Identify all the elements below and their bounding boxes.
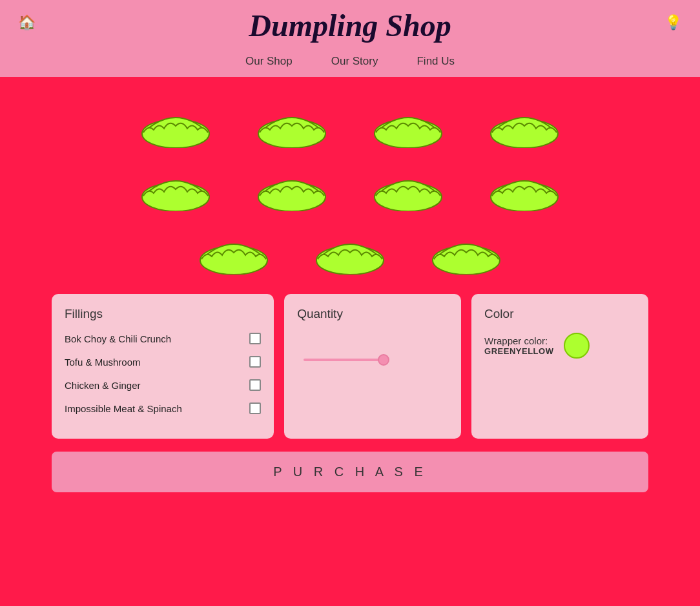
color-panel: Color Wrapper color: GREENYELLOW xyxy=(471,294,648,439)
home-icon[interactable]: 🏠 xyxy=(18,14,36,31)
filling-checkbox-3[interactable] xyxy=(249,379,261,391)
filling-label-2: Tofu & Mushroom xyxy=(65,357,249,368)
dumpling-row-2 xyxy=(137,160,563,211)
main-content: Fillings Bok Choy & Chili Crunch Tofu & … xyxy=(0,77,700,505)
quantity-slider[interactable] xyxy=(304,359,442,361)
dumpling xyxy=(486,96,563,148)
dumpling xyxy=(311,223,389,275)
dumpling-row-1 xyxy=(137,96,563,148)
color-swatch xyxy=(564,333,590,359)
filling-checkbox-4[interactable] xyxy=(249,402,261,414)
color-wrapper: Wrapper color: GREENYELLOW xyxy=(484,333,635,359)
filling-item: Tofu & Mushroom xyxy=(65,356,261,368)
purchase-button[interactable]: P U R C H A S E xyxy=(52,452,648,492)
quantity-title: Quantity xyxy=(297,307,448,321)
color-name: GREENYELLOW xyxy=(484,346,553,356)
dumpling xyxy=(137,160,214,211)
dumpling xyxy=(369,160,447,211)
settings-icon[interactable]: 💡 xyxy=(664,14,682,31)
dumpling xyxy=(253,96,331,148)
color-info: Wrapper color: GREENYELLOW xyxy=(484,335,553,356)
filling-item: Impossible Meat & Spinach xyxy=(65,402,261,414)
dumpling xyxy=(369,96,447,148)
nav-our-story[interactable]: Our Story xyxy=(331,55,378,68)
dumpling xyxy=(427,223,505,275)
dumpling xyxy=(253,160,331,211)
dumpling xyxy=(137,96,214,148)
filling-label-1: Bok Choy & Chili Crunch xyxy=(65,333,249,344)
dumpling xyxy=(195,223,273,275)
nav-find-us[interactable]: Find Us xyxy=(417,55,455,68)
slider-container xyxy=(297,352,448,364)
dumpling-row-3 xyxy=(195,223,505,275)
main-nav: Our Shop Our Story Find Us xyxy=(245,48,455,77)
filling-checkbox-2[interactable] xyxy=(249,356,261,368)
header: 🏠 💡 Dumpling Shop Our Shop Our Story Fin… xyxy=(0,0,700,77)
filling-item: Chicken & Ginger xyxy=(65,379,261,391)
fillings-title: Fillings xyxy=(65,307,261,321)
wrapper-color-label: Wrapper color: xyxy=(484,335,553,346)
filling-item: Bok Choy & Chili Crunch xyxy=(65,333,261,344)
filling-label-3: Chicken & Ginger xyxy=(65,380,249,391)
nav-our-shop[interactable]: Our Shop xyxy=(245,55,293,68)
fillings-panel: Fillings Bok Choy & Chili Crunch Tofu & … xyxy=(52,294,274,439)
dumpling xyxy=(486,160,563,211)
filling-checkbox-1[interactable] xyxy=(249,333,261,344)
filling-label-4: Impossible Meat & Spinach xyxy=(65,403,249,414)
color-title: Color xyxy=(484,307,635,321)
dumplings-grid xyxy=(52,96,648,275)
site-title: Dumpling Shop xyxy=(249,8,451,43)
panels: Fillings Bok Choy & Chili Crunch Tofu & … xyxy=(52,294,648,439)
quantity-panel: Quantity xyxy=(284,294,461,439)
